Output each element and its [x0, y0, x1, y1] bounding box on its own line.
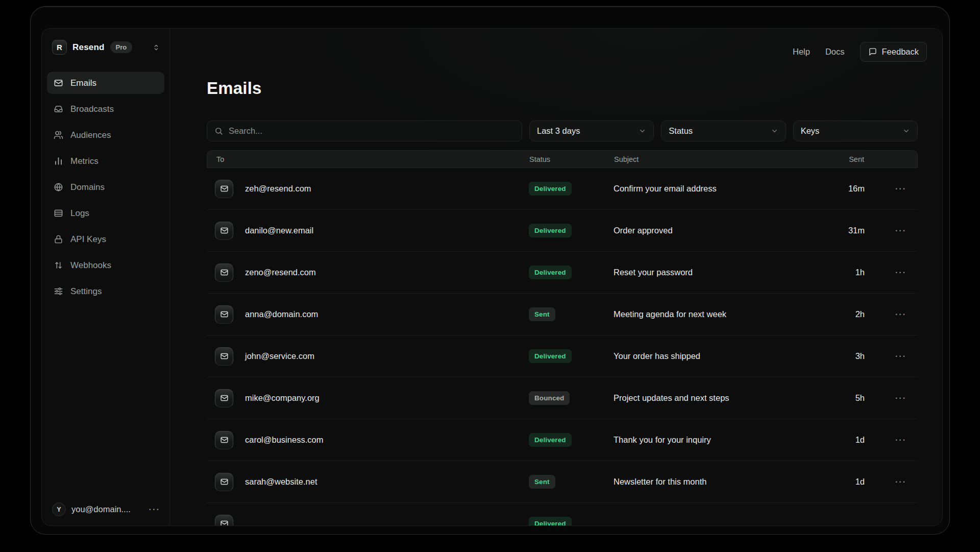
user-account[interactable]: Y you@domain.... ··· — [47, 499, 164, 517]
sidebar-item-audiences[interactable]: Audiences — [47, 124, 164, 146]
date-range-value: Last 3 days — [537, 126, 580, 136]
sent-time: 1d — [808, 477, 865, 487]
keys-dropdown[interactable]: Keys — [793, 121, 918, 141]
recipient-email: zeh@resend.com — [245, 184, 311, 194]
keys-value: Keys — [801, 126, 820, 136]
column-header-subject: Subject — [614, 155, 808, 163]
envelope-icon — [215, 222, 233, 240]
table-row[interactable]: Delivered — [207, 503, 918, 526]
table-row[interactable]: danilo@new.email Delivered Order approve… — [207, 210, 918, 252]
sidebar-item-label: Logs — [70, 208, 89, 219]
plan-badge: Pro — [110, 41, 133, 53]
domains-icon — [54, 182, 63, 192]
sidebar-item-broadcasts[interactable]: Broadcasts — [47, 98, 164, 120]
envelope-icon — [215, 431, 233, 449]
recipient-email: zeno@resend.com — [245, 268, 316, 277]
recipient-email: john@service.com — [245, 351, 314, 361]
email-subject: Confirm your email address — [614, 184, 808, 194]
column-header-to: To — [207, 155, 529, 163]
status-badge: Delivered — [529, 266, 572, 279]
sent-time: 1h — [808, 268, 865, 277]
recipient-email: carol@business.com — [245, 435, 323, 445]
table-row[interactable]: mike@company.org Bounced Project updates… — [207, 377, 918, 419]
status-badge: Delivered — [529, 433, 572, 447]
column-header-sent: Sent — [808, 155, 864, 163]
feedback-label: Feedback — [882, 47, 919, 57]
status-badge: Delivered — [529, 224, 572, 237]
api-keys-icon — [54, 234, 63, 244]
topbar: Help Docs Feedback — [793, 42, 927, 62]
recipient-email: danilo@new.email — [245, 226, 313, 235]
search-box[interactable] — [207, 121, 522, 141]
table-row[interactable]: carol@business.com Delivered Thank you f… — [207, 419, 918, 461]
chevron-down-icon — [639, 127, 646, 135]
sidebar-nav: Emails Broadcasts Audiences — [47, 72, 164, 302]
table-row[interactable]: anna@domain.com Sent Meeting agenda for … — [207, 294, 918, 335]
chevron-updown-icon[interactable] — [152, 43, 160, 52]
chevron-down-icon — [902, 127, 910, 135]
row-menu-button[interactable]: ··· — [895, 477, 906, 486]
user-menu-button[interactable]: ··· — [149, 505, 160, 514]
row-menu-button[interactable]: ··· — [895, 310, 906, 319]
row-menu-button[interactable]: ··· — [895, 226, 906, 235]
brand-name: Resend — [72, 42, 105, 53]
sidebar-item-domains[interactable]: Domains — [47, 176, 164, 198]
envelope-icon — [215, 263, 233, 282]
feedback-button[interactable]: Feedback — [860, 42, 927, 62]
sidebar-item-label: Audiences — [70, 130, 111, 140]
resend-logo: R — [52, 40, 67, 55]
table-header: To Status Subject Sent — [207, 150, 918, 168]
sidebar-item-api-keys[interactable]: API Keys — [47, 228, 164, 250]
sidebar-item-metrics[interactable]: Metrics — [47, 150, 164, 172]
app-window: R Resend Pro Emails Bro — [30, 6, 950, 535]
row-menu-button[interactable]: ··· — [895, 268, 906, 277]
docs-link[interactable]: Docs — [825, 47, 845, 57]
search-icon — [214, 127, 223, 135]
sent-time: 5h — [808, 393, 865, 403]
sidebar-item-label: API Keys — [70, 234, 106, 245]
row-menu-button[interactable]: ··· — [895, 352, 906, 361]
row-menu-button[interactable]: ··· — [895, 184, 906, 193]
app-surface: R Resend Pro Emails Bro — [41, 28, 943, 526]
status-badge: Sent — [529, 307, 555, 321]
status-badge: Delivered — [529, 349, 572, 363]
envelope-icon — [215, 473, 233, 491]
column-header-status: Status — [529, 155, 614, 163]
search-input[interactable] — [229, 126, 514, 136]
row-menu-button[interactable]: ··· — [895, 394, 906, 402]
email-subject: Thank you for your inquiry — [614, 435, 808, 445]
sidebar-item-emails[interactable]: Emails — [47, 72, 164, 94]
sidebar-item-settings[interactable]: Settings — [47, 280, 164, 302]
table-row[interactable]: zeh@resend.com Delivered Confirm your em… — [207, 168, 918, 210]
recipient-email: sarah@website.net — [245, 477, 317, 487]
metrics-icon — [54, 156, 63, 166]
envelope-icon — [215, 347, 233, 366]
status-dropdown[interactable]: Status — [661, 121, 786, 141]
chevron-down-icon — [771, 127, 778, 135]
sent-time: 31m — [808, 226, 865, 235]
content: Emails Last 3 days — [170, 29, 942, 526]
sidebar-item-logs[interactable]: Logs — [47, 202, 164, 224]
table-row[interactable]: zeno@resend.com Delivered Reset your pas… — [207, 252, 918, 294]
status-badge: Delivered — [529, 182, 572, 196]
email-subject: Reset your password — [614, 268, 808, 277]
avatar: Y — [52, 502, 66, 516]
webhooks-icon — [54, 260, 63, 270]
sidebar-item-label: Domains — [70, 182, 105, 193]
envelope-icon — [215, 515, 233, 526]
table-row[interactable]: john@service.com Delivered Your order ha… — [207, 335, 918, 377]
status-badge: Bounced — [529, 391, 570, 405]
sidebar-item-label: Webhooks — [70, 260, 111, 271]
help-link[interactable]: Help — [793, 47, 810, 57]
email-subject: Newsletter for this month — [614, 477, 808, 487]
table-row[interactable]: sarah@website.net Sent Newsletter for th… — [207, 461, 918, 503]
sidebar-item-webhooks[interactable]: Webhooks — [47, 254, 164, 276]
emails-icon — [54, 78, 63, 88]
status-badge: Delivered — [529, 517, 572, 526]
page-title: Emails — [207, 29, 918, 98]
workspace-switcher[interactable]: R Resend Pro — [47, 38, 164, 55]
sent-time: 2h — [808, 309, 865, 319]
row-menu-button[interactable]: ··· — [895, 436, 906, 444]
email-subject: Meeting agenda for next week — [614, 309, 808, 319]
date-range-dropdown[interactable]: Last 3 days — [529, 121, 654, 141]
